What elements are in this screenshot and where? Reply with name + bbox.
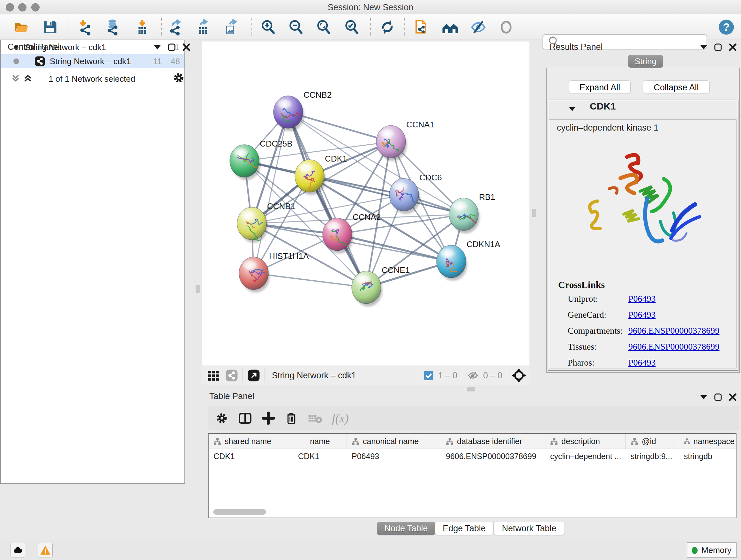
expand-all-button[interactable]: Expand All <box>569 80 630 93</box>
left-splitter-handle[interactable] <box>196 285 200 293</box>
import-network-from-file-icon[interactable] <box>77 18 94 36</box>
toolbar-separator <box>370 18 371 36</box>
node-CDKN1A[interactable] <box>436 245 467 281</box>
column-header-shared-name[interactable]: shared name <box>209 434 293 449</box>
table-settings-gear-icon[interactable] <box>215 412 228 425</box>
import-table-from-file-icon[interactable] <box>133 18 151 36</box>
crosslink-label: Uniprot: <box>568 294 628 304</box>
export-network-icon[interactable] <box>167 18 185 36</box>
node-label-CDK1: CDK1 <box>325 154 347 164</box>
network-from-document-icon[interactable] <box>413 18 431 36</box>
panel-menu-icon[interactable] <box>700 395 707 400</box>
delete-table-icon <box>308 412 322 425</box>
network-row[interactable]: String Network – cdk1 11 48 <box>1 54 185 68</box>
export-image-icon[interactable] <box>222 18 240 36</box>
show-all-eye-icon[interactable] <box>497 18 515 36</box>
footer-separator <box>265 368 265 382</box>
node-label-CDC25B: CDC25B <box>260 139 293 148</box>
hidden-eye-slash-icon[interactable] <box>467 370 479 381</box>
show-columns-icon[interactable] <box>238 411 252 425</box>
node-CCNA2[interactable] <box>323 218 353 253</box>
edge-HIST1H1A-CCNE1[interactable] <box>254 273 366 287</box>
column-header-name[interactable]: name <box>293 434 347 449</box>
apply-preferred-layout-icon[interactable] <box>379 18 396 36</box>
table-toolbar: f(x) <box>208 406 739 430</box>
grid-view-icon[interactable] <box>207 369 219 382</box>
tab-string-results[interactable]: String <box>628 55 663 68</box>
tab-node-table[interactable]: Node Table <box>377 522 435 535</box>
tab-edge-table[interactable]: Edge Table <box>435 522 493 535</box>
gene-details: cyclin–dependent kinase 1 Cross <box>549 119 737 368</box>
edge-CCNB2-HIST1H1A[interactable] <box>254 112 288 273</box>
node-label-CCNB2: CCNB2 <box>304 90 332 100</box>
import-network-from-database-icon[interactable] <box>104 18 122 36</box>
network-type-share-icon <box>35 56 45 67</box>
crosslink-pharos-link[interactable]: P06493 <box>628 358 656 368</box>
node-CCNB2[interactable] <box>273 96 304 131</box>
column-header-id[interactable]: @id <box>626 434 679 449</box>
memory-button[interactable]: Memory <box>687 543 737 558</box>
panel-menu-icon[interactable] <box>700 45 707 50</box>
node-label-CCNB1: CCNB1 <box>267 201 295 211</box>
save-session-icon[interactable] <box>41 18 59 36</box>
node-label-CCNA1: CCNA1 <box>406 120 434 129</box>
close-panel-icon[interactable] <box>729 44 737 51</box>
node-label-CCNE1: CCNE1 <box>382 265 410 275</box>
node-CDK1[interactable] <box>295 160 326 195</box>
zoom-fit-icon[interactable] <box>315 18 333 36</box>
crosslink-genecard-link[interactable]: P06493 <box>628 310 656 320</box>
node-RB1[interactable] <box>449 198 480 233</box>
hide-selected-eye-slash-icon[interactable] <box>469 18 487 36</box>
open-in-window-icon[interactable] <box>247 369 260 382</box>
node-CCNA1[interactable] <box>376 125 407 161</box>
crosslink-compartments-link[interactable]: 9606.ENSP00000378699 <box>628 326 719 336</box>
collapse-all-button[interactable]: Collapse All <box>643 80 710 93</box>
memory-label: Memory <box>701 545 731 555</box>
warning-triangle-icon <box>40 545 51 556</box>
open-file-icon[interactable] <box>13 18 30 36</box>
zoom-selected-icon[interactable] <box>343 18 360 36</box>
column-header-description[interactable]: description <box>545 434 626 449</box>
help-icon[interactable]: ? <box>718 18 735 36</box>
node-CDC25B[interactable] <box>230 145 260 180</box>
toolbar-separator <box>404 18 405 36</box>
node-HIST1H1A[interactable] <box>239 257 270 293</box>
close-panel-icon[interactable] <box>729 393 737 401</box>
zoom-out-icon[interactable] <box>287 18 305 36</box>
crosslink-uniprot-link[interactable]: P06493 <box>628 294 656 304</box>
selected-checkbox-icon[interactable] <box>423 370 434 381</box>
edge-CCNB2-CCNE1[interactable] <box>288 112 366 287</box>
delete-column-trash-icon[interactable] <box>285 412 298 425</box>
table-row[interactable]: CDK1 CDK1 P06493 9606.ENSP00000378699 cy… <box>209 449 736 463</box>
float-panel-icon[interactable] <box>714 393 722 401</box>
network-share-view-icon[interactable] <box>225 369 238 382</box>
string-home-icon[interactable] <box>441 18 459 36</box>
crosslink-label: Tissues: <box>568 341 628 352</box>
network-collection-row[interactable]: String Network – cdk1 1 <box>1 40 185 54</box>
node-CCNE1[interactable] <box>352 271 382 307</box>
right-splitter-handle[interactable] <box>532 209 536 217</box>
column-header-canonical-name[interactable]: canonical name <box>347 434 441 449</box>
crosslink-tissues-link[interactable]: 9606.ENSP00000378699 <box>628 341 719 352</box>
collection-expand-icon[interactable] <box>13 45 19 50</box>
column-header-database-identifier[interactable]: database identifier <box>441 434 545 449</box>
node-CDC6[interactable] <box>389 179 420 214</box>
node-label-CDC6: CDC6 <box>419 173 442 182</box>
column-header-namespace[interactable]: namespace <box>679 434 735 449</box>
network-view-canvas[interactable]: CCNB2CCNA1CDC25BCDK1CDC6RB1CCNB1CCNA2CDK… <box>202 42 529 366</box>
export-table-icon[interactable] <box>194 18 212 36</box>
network-options-gear-icon[interactable] <box>172 71 185 84</box>
network-list: String Network – cdk1 1 String Network –… <box>0 40 185 484</box>
column-tree-icon <box>550 437 558 445</box>
network-graph[interactable]: CCNB2CCNA1CDC25BCDK1CDC6RB1CCNB1CCNA2CDK… <box>202 42 529 366</box>
table-horizontal-scrollbar[interactable] <box>213 509 266 515</box>
network-node-count: 11 <box>153 57 162 66</box>
gene-collapse-icon[interactable] <box>568 106 576 111</box>
float-panel-icon[interactable] <box>714 44 722 51</box>
warnings-button[interactable] <box>38 543 53 557</box>
cloud-status-button[interactable] <box>10 543 25 557</box>
zoom-in-icon[interactable] <box>259 18 277 36</box>
tab-network-table[interactable]: Network Table <box>493 522 565 535</box>
add-column-plus-icon[interactable] <box>262 412 275 425</box>
fit-selected-crosshair-icon[interactable] <box>512 368 526 383</box>
